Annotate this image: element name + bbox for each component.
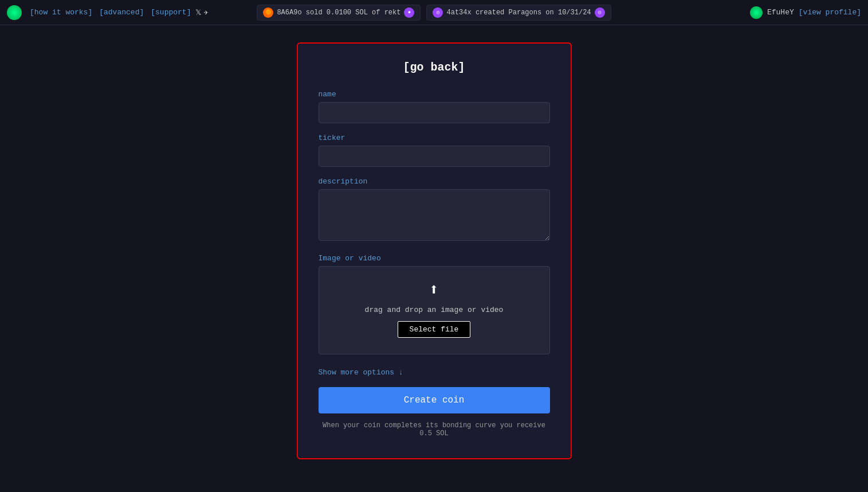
ticker-feed: 🟠 8A6A9o sold 0.0100 SOL of rekt ● ◎ 4at… xyxy=(221,5,648,21)
topnav-right: EfuHeY [view profile] xyxy=(647,6,861,19)
support-link[interactable]: [support] xyxy=(148,7,193,18)
logo-icon[interactable] xyxy=(7,5,22,20)
feed-coin-icon-1b: ● xyxy=(404,7,414,18)
create-coin-button[interactable]: Create coin xyxy=(319,387,550,413)
feed-item-1[interactable]: 🟠 8A6A9o sold 0.0100 SOL of rekt ● xyxy=(257,5,421,21)
image-group: Image or video ⬆ drag and drop an image … xyxy=(319,254,550,354)
upload-area[interactable]: ⬆ drag and drop an image or video Select… xyxy=(319,266,550,354)
bonding-note: When your coin completes its bonding cur… xyxy=(319,421,550,438)
profile-avatar xyxy=(750,6,763,19)
feed-item-2-text: 4at34x created Paragons on 10/31/24 xyxy=(446,9,591,17)
feed-coin-icon-2b: ◎ xyxy=(595,7,605,18)
feed-coin-icon-1: 🟠 xyxy=(263,7,273,18)
how-it-works-link[interactable]: [how it works] xyxy=(28,7,95,18)
upload-text: drag and drop an image or video xyxy=(365,306,504,314)
feed-item-1-text: 8A6A9o sold 0.0100 SOL of rekt xyxy=(277,9,400,17)
description-input[interactable] xyxy=(319,189,550,241)
upload-icon: ⬆ xyxy=(429,283,439,299)
ticker-label: ticker xyxy=(319,134,550,142)
x-icon[interactable]: 𝕏 xyxy=(195,8,201,17)
select-file-button[interactable]: Select file xyxy=(398,321,471,338)
feed-item-2[interactable]: ◎ 4at34x created Paragons on 10/31/24 ◎ xyxy=(426,5,611,21)
main-content: [go back] name ticker description Image … xyxy=(0,25,868,492)
create-coin-form: [go back] name ticker description Image … xyxy=(297,42,572,459)
ticker-input[interactable] xyxy=(319,146,550,167)
ticker-group: ticker xyxy=(319,134,550,167)
image-label: Image or video xyxy=(319,254,550,263)
name-label: name xyxy=(319,90,550,99)
name-input[interactable] xyxy=(319,102,550,123)
profile-username[interactable]: EfuHeY xyxy=(767,8,794,17)
show-more-options-link[interactable]: Show more options ↓ xyxy=(319,368,403,377)
description-label: description xyxy=(319,177,550,186)
topnav-left: [how it works] [advanced] [support] 𝕏 ✈ xyxy=(7,5,221,20)
topnav: [how it works] [advanced] [support] 𝕏 ✈ … xyxy=(0,0,868,25)
view-profile-link[interactable]: [view profile] xyxy=(799,8,861,17)
telegram-icon[interactable]: ✈ xyxy=(203,7,208,17)
description-group: description xyxy=(319,177,550,244)
advanced-link[interactable]: [advanced] xyxy=(97,7,146,18)
go-back-link[interactable]: [go back] xyxy=(319,61,550,74)
name-group: name xyxy=(319,90,550,123)
feed-sol-icon-2: ◎ xyxy=(433,7,443,18)
